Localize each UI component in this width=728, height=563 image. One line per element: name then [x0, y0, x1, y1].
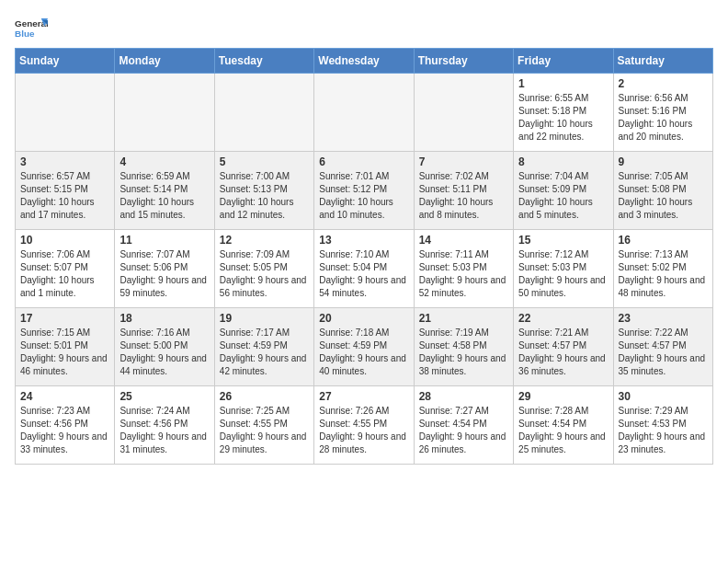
weekday-header-sunday: Sunday — [16, 49, 115, 74]
week-row-5: 24Sunrise: 7:23 AM Sunset: 4:56 PM Dayli… — [16, 386, 713, 465]
day-info: Sunrise: 7:16 AM Sunset: 5:00 PM Dayligh… — [119, 327, 209, 378]
calendar-cell: 26Sunrise: 7:25 AM Sunset: 4:55 PM Dayli… — [214, 386, 313, 465]
weekday-header-thursday: Thursday — [414, 49, 513, 74]
calendar-cell: 21Sunrise: 7:19 AM Sunset: 4:58 PM Dayli… — [414, 308, 513, 386]
week-row-3: 10Sunrise: 7:06 AM Sunset: 5:07 PM Dayli… — [16, 230, 713, 308]
page-header: General Blue — [15, 15, 713, 40]
day-info: Sunrise: 7:21 AM Sunset: 4:57 PM Dayligh… — [518, 327, 608, 378]
week-row-1: 1Sunrise: 6:55 AM Sunset: 5:18 PM Daylig… — [16, 74, 713, 152]
day-info: Sunrise: 7:22 AM Sunset: 4:57 PM Dayligh… — [619, 327, 708, 378]
calendar-table: SundayMondayTuesdayWednesdayThursdayFrid… — [15, 48, 713, 465]
day-info: Sunrise: 7:27 AM Sunset: 4:54 PM Dayligh… — [419, 405, 508, 456]
calendar-cell: 12Sunrise: 7:09 AM Sunset: 5:05 PM Dayli… — [214, 230, 313, 308]
day-number: 21 — [419, 312, 508, 325]
calendar-cell: 18Sunrise: 7:16 AM Sunset: 5:00 PM Dayli… — [115, 308, 214, 386]
day-number: 22 — [518, 312, 608, 325]
day-info: Sunrise: 7:04 AM Sunset: 5:09 PM Dayligh… — [518, 170, 608, 222]
calendar-cell: 28Sunrise: 7:27 AM Sunset: 4:54 PM Dayli… — [414, 386, 513, 465]
day-info: Sunrise: 7:06 AM Sunset: 5:07 PM Dayligh… — [20, 248, 109, 300]
day-number: 5 — [220, 155, 309, 168]
day-number: 27 — [319, 390, 408, 403]
day-number: 12 — [220, 234, 309, 247]
calendar-cell: 9Sunrise: 7:05 AM Sunset: 5:08 PM Daylig… — [613, 152, 712, 230]
calendar-cell: 4Sunrise: 6:59 AM Sunset: 5:14 PM Daylig… — [115, 152, 214, 230]
calendar-cell: 27Sunrise: 7:26 AM Sunset: 4:55 PM Dayli… — [314, 386, 414, 465]
day-number: 2 — [619, 77, 708, 90]
calendar-cell: 13Sunrise: 7:10 AM Sunset: 5:04 PM Dayli… — [314, 230, 414, 308]
calendar-cell: 22Sunrise: 7:21 AM Sunset: 4:57 PM Dayli… — [514, 308, 613, 386]
calendar-cell: 29Sunrise: 7:28 AM Sunset: 4:54 PM Dayli… — [514, 386, 613, 465]
weekday-header-monday: Monday — [115, 49, 214, 74]
day-info: Sunrise: 7:19 AM Sunset: 4:58 PM Dayligh… — [419, 327, 508, 378]
calendar-cell: 30Sunrise: 7:29 AM Sunset: 4:53 PM Dayli… — [613, 386, 712, 465]
day-number: 18 — [119, 312, 209, 325]
day-number: 3 — [20, 155, 109, 168]
calendar-cell: 15Sunrise: 7:12 AM Sunset: 5:03 PM Dayli… — [514, 230, 613, 308]
calendar-cell: 7Sunrise: 7:02 AM Sunset: 5:11 PM Daylig… — [414, 152, 513, 230]
day-info: Sunrise: 7:09 AM Sunset: 5:05 PM Dayligh… — [220, 248, 309, 300]
day-number: 6 — [319, 155, 408, 168]
calendar-cell: 23Sunrise: 7:22 AM Sunset: 4:57 PM Dayli… — [613, 308, 712, 386]
day-number: 16 — [619, 234, 708, 247]
calendar-cell — [314, 74, 414, 152]
day-info: Sunrise: 7:12 AM Sunset: 5:03 PM Dayligh… — [518, 248, 608, 300]
calendar-cell: 17Sunrise: 7:15 AM Sunset: 5:01 PM Dayli… — [16, 308, 115, 386]
calendar-cell: 16Sunrise: 7:13 AM Sunset: 5:02 PM Dayli… — [613, 230, 712, 308]
weekday-header-wednesday: Wednesday — [314, 49, 414, 74]
calendar-cell: 2Sunrise: 6:56 AM Sunset: 5:16 PM Daylig… — [613, 74, 712, 152]
week-row-4: 17Sunrise: 7:15 AM Sunset: 5:01 PM Dayli… — [16, 308, 713, 386]
calendar-cell — [115, 74, 214, 152]
day-info: Sunrise: 7:17 AM Sunset: 4:59 PM Dayligh… — [220, 327, 309, 378]
day-info: Sunrise: 7:23 AM Sunset: 4:56 PM Dayligh… — [20, 405, 109, 456]
calendar-cell: 25Sunrise: 7:24 AM Sunset: 4:56 PM Dayli… — [115, 386, 214, 465]
calendar-cell: 8Sunrise: 7:04 AM Sunset: 5:09 PM Daylig… — [514, 152, 613, 230]
day-number: 26 — [220, 390, 309, 403]
weekday-header-tuesday: Tuesday — [214, 49, 313, 74]
day-number: 23 — [619, 312, 708, 325]
day-number: 17 — [20, 312, 109, 325]
weekday-header-friday: Friday — [514, 49, 613, 74]
day-info: Sunrise: 7:07 AM Sunset: 5:06 PM Dayligh… — [119, 248, 209, 300]
calendar-cell: 6Sunrise: 7:01 AM Sunset: 5:12 PM Daylig… — [314, 152, 414, 230]
calendar-cell — [16, 74, 115, 152]
day-info: Sunrise: 7:01 AM Sunset: 5:12 PM Dayligh… — [319, 170, 408, 222]
day-info: Sunrise: 6:56 AM Sunset: 5:16 PM Dayligh… — [619, 92, 708, 144]
day-number: 13 — [319, 234, 408, 247]
day-info: Sunrise: 7:26 AM Sunset: 4:55 PM Dayligh… — [319, 405, 408, 456]
day-number: 10 — [20, 234, 109, 247]
day-info: Sunrise: 7:05 AM Sunset: 5:08 PM Dayligh… — [619, 170, 708, 222]
day-info: Sunrise: 7:18 AM Sunset: 4:59 PM Dayligh… — [319, 327, 408, 378]
calendar-cell: 11Sunrise: 7:07 AM Sunset: 5:06 PM Dayli… — [115, 230, 214, 308]
week-row-2: 3Sunrise: 6:57 AM Sunset: 5:15 PM Daylig… — [16, 152, 713, 230]
calendar-cell: 14Sunrise: 7:11 AM Sunset: 5:03 PM Dayli… — [414, 230, 513, 308]
calendar-cell: 3Sunrise: 6:57 AM Sunset: 5:15 PM Daylig… — [16, 152, 115, 230]
day-number: 11 — [119, 234, 209, 247]
day-number: 24 — [20, 390, 109, 403]
day-number: 8 — [518, 155, 608, 168]
day-info: Sunrise: 7:24 AM Sunset: 4:56 PM Dayligh… — [119, 405, 209, 456]
day-info: Sunrise: 6:55 AM Sunset: 5:18 PM Dayligh… — [518, 92, 608, 144]
day-number: 1 — [518, 77, 608, 90]
calendar-cell: 10Sunrise: 7:06 AM Sunset: 5:07 PM Dayli… — [16, 230, 115, 308]
day-number: 7 — [419, 155, 508, 168]
calendar-cell: 24Sunrise: 7:23 AM Sunset: 4:56 PM Dayli… — [16, 386, 115, 465]
day-number: 30 — [619, 390, 708, 403]
day-number: 28 — [419, 390, 508, 403]
day-number: 19 — [220, 312, 309, 325]
day-number: 15 — [518, 234, 608, 247]
day-number: 9 — [619, 155, 708, 168]
weekday-header-row: SundayMondayTuesdayWednesdayThursdayFrid… — [16, 49, 713, 74]
calendar-cell: 1Sunrise: 6:55 AM Sunset: 5:18 PM Daylig… — [514, 74, 613, 152]
day-number: 14 — [419, 234, 508, 247]
day-info: Sunrise: 7:00 AM Sunset: 5:13 PM Dayligh… — [220, 170, 309, 222]
calendar-cell — [214, 74, 313, 152]
weekday-header-saturday: Saturday — [613, 49, 712, 74]
logo: General Blue — [15, 15, 48, 40]
calendar-cell: 5Sunrise: 7:00 AM Sunset: 5:13 PM Daylig… — [214, 152, 313, 230]
day-info: Sunrise: 7:10 AM Sunset: 5:04 PM Dayligh… — [319, 248, 408, 300]
day-number: 4 — [119, 155, 209, 168]
day-number: 25 — [119, 390, 209, 403]
day-info: Sunrise: 7:13 AM Sunset: 5:02 PM Dayligh… — [619, 248, 708, 300]
day-info: Sunrise: 7:15 AM Sunset: 5:01 PM Dayligh… — [20, 327, 109, 378]
day-info: Sunrise: 7:25 AM Sunset: 4:55 PM Dayligh… — [220, 405, 309, 456]
